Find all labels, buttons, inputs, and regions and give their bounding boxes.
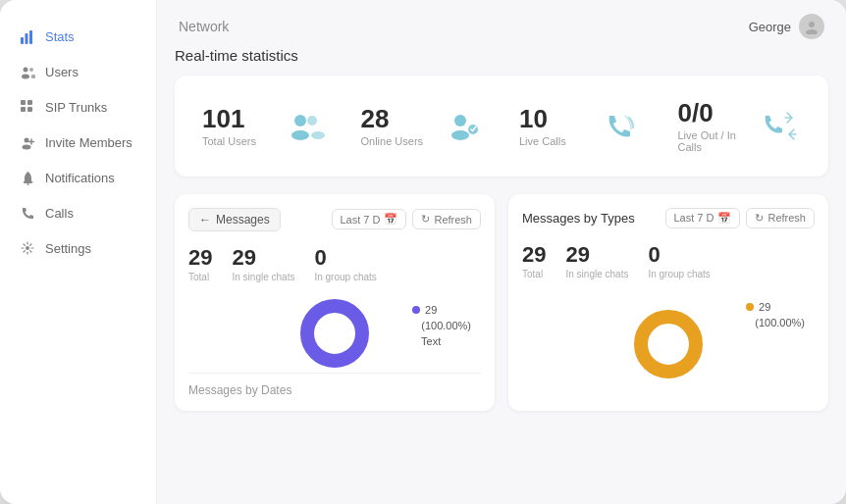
content-area: Real-time statistics 101 Total Users — [157, 47, 846, 504]
types-date-filter[interactable]: Last 7 D 📅 — [665, 208, 741, 228]
legend-label: Text — [412, 335, 471, 347]
types-chart-area: 29 (100.00%) — [522, 291, 815, 397]
svg-point-5 — [29, 68, 33, 72]
sidebar-item-notifications[interactable]: Notifications — [0, 161, 156, 194]
bell-icon — [20, 170, 35, 185]
section-realtime: Real-time statistics 101 Total Users — [175, 47, 828, 176]
stat-card-live-calls: 10 Live Calls — [507, 91, 655, 161]
svg-rect-8 — [27, 100, 32, 105]
types-single-chats: 29 In single chats — [565, 242, 628, 279]
svg-rect-0 — [21, 37, 24, 44]
types-panel-header: Messages by Types Last 7 D 📅 ↻ Refresh — [522, 208, 815, 228]
types-panel-controls: Last 7 D 📅 ↻ Refresh — [665, 208, 816, 228]
svg-point-6 — [30, 75, 35, 78]
stat-card-online-users: 28 Online Users — [349, 91, 497, 161]
types-total: 29 Total — [522, 242, 546, 279]
messages-panel-footer: Messages by Dates — [188, 373, 481, 397]
legend-dot-text — [412, 306, 420, 314]
svg-point-27 — [307, 306, 362, 361]
types-chart-legend: 29 (100.00%) — [746, 301, 805, 328]
sidebar-item-calls[interactable]: Calls — [0, 196, 156, 229]
svg-rect-7 — [21, 100, 26, 105]
legend-text: 29 — [412, 304, 471, 316]
sidebar-item-settings[interactable]: Settings — [0, 231, 156, 265]
messages-refresh-label: Refresh — [434, 214, 472, 226]
live-calls-label: Live Calls — [519, 135, 566, 147]
msg-group-chats-label: In group chats — [314, 272, 376, 282]
types-total-number: 29 — [522, 242, 546, 268]
types-group-chats-label: In group chats — [648, 269, 710, 279]
online-stat-icon — [443, 105, 484, 146]
types-refresh-icon: ↻ — [755, 212, 764, 225]
svg-point-23 — [454, 115, 466, 126]
gear-icon — [20, 240, 35, 256]
types-legend-pct-value: (100.00%) — [746, 317, 805, 328]
user-avatar — [799, 14, 824, 39]
msg-total: 29 Total — [188, 245, 212, 282]
stats-cards-row: 101 Total Users — [175, 76, 828, 176]
svg-point-17 — [809, 22, 815, 27]
messages-by-types-panel: Messages by Types Last 7 D 📅 ↻ Refresh — [508, 194, 828, 411]
topbar: Network George — [157, 0, 846, 47]
svg-point-20 — [291, 130, 309, 140]
grid-icon — [20, 99, 35, 115]
network-label: Network — [179, 19, 229, 34]
types-refresh-button[interactable]: ↻ Refresh — [746, 208, 815, 228]
msg-single-chats-number: 29 — [232, 245, 294, 271]
svg-rect-1 — [25, 33, 27, 44]
sidebar-item-stats[interactable]: Stats — [0, 20, 156, 53]
msg-group-chats-number: 0 — [314, 245, 376, 271]
messages-date-filter[interactable]: Last 7 D 📅 — [332, 209, 407, 229]
total-users-label: Total Users — [202, 135, 256, 147]
calendar-icon: 📅 — [384, 213, 397, 226]
main-content: Network George Real-time statistics — [157, 0, 846, 504]
messages-back-button[interactable]: ← Messages — [188, 208, 281, 231]
sidebar-item-users-label: Users — [45, 65, 79, 79]
types-legend-dot-row: 29 — [746, 301, 805, 313]
sidebar-item-invite-members[interactable]: Invite Members — [0, 126, 156, 159]
messages-panel-title: Messages — [216, 213, 270, 227]
stat-card-live-out-in: 0/0 Live Out / In Calls — [666, 91, 814, 161]
types-legend-pct: (100.00%) — [746, 317, 805, 328]
live-calls-number: 10 — [519, 105, 566, 133]
svg-point-4 — [22, 74, 29, 78]
svg-rect-9 — [21, 107, 26, 112]
user-menu[interactable]: George — [749, 14, 824, 39]
svg-point-24 — [451, 130, 469, 140]
svg-point-21 — [307, 116, 317, 126]
messages-date-label: Last 7 D — [341, 214, 381, 226]
svg-rect-2 — [29, 30, 32, 44]
back-arrow-icon: ← — [199, 213, 211, 227]
total-users-number: 101 — [202, 105, 256, 133]
sidebar-item-stats-label: Stats — [45, 29, 75, 44]
users-icon — [20, 64, 35, 79]
phone-icon — [20, 205, 35, 221]
msg-single-chats-label: In single chats — [232, 272, 294, 282]
legend-label-text: Text — [412, 335, 441, 347]
messages-panel: ← Messages Last 7 D 📅 ↻ Refresh — [175, 194, 495, 411]
user-plus-icon — [20, 134, 35, 150]
legend-pct: (100.00%) — [412, 320, 471, 331]
calls-stat-icon — [602, 105, 643, 146]
sidebar-item-sip-trunks-label: SIP Trunks — [45, 100, 107, 115]
live-out-in-number: 0/0 — [678, 99, 761, 127]
user-name: George — [749, 20, 791, 34]
types-refresh-label: Refresh — [767, 212, 806, 224]
types-stats-row: 29 Total 29 In single chats 0 In group c… — [522, 242, 815, 279]
sidebar-item-users[interactable]: Users — [0, 55, 156, 88]
messages-chart-legend: 29 (100.00%) Text — [412, 304, 471, 347]
legend-pct-value: (100.00%) — [412, 320, 471, 331]
sidebar-item-sip-trunks[interactable]: SIP Trunks — [0, 90, 156, 124]
svg-point-11 — [24, 137, 28, 142]
users-stat-icon — [285, 105, 326, 146]
svg-point-3 — [23, 67, 27, 72]
panels-row: ← Messages Last 7 D 📅 ↻ Refresh — [175, 194, 828, 411]
messages-stats-row: 29 Total 29 In single chats 0 In group c… — [188, 245, 481, 282]
sidebar: Stats Users SIP — [0, 0, 157, 504]
types-single-chats-number: 29 — [565, 242, 628, 268]
realtime-stats-title: Real-time statistics — [175, 47, 828, 64]
types-group-chats-number: 0 — [648, 242, 710, 268]
refresh-icon: ↻ — [421, 213, 430, 226]
messages-refresh-button[interactable]: ↻ Refresh — [412, 209, 481, 229]
sidebar-item-notifications-label: Notifications — [45, 171, 115, 185]
